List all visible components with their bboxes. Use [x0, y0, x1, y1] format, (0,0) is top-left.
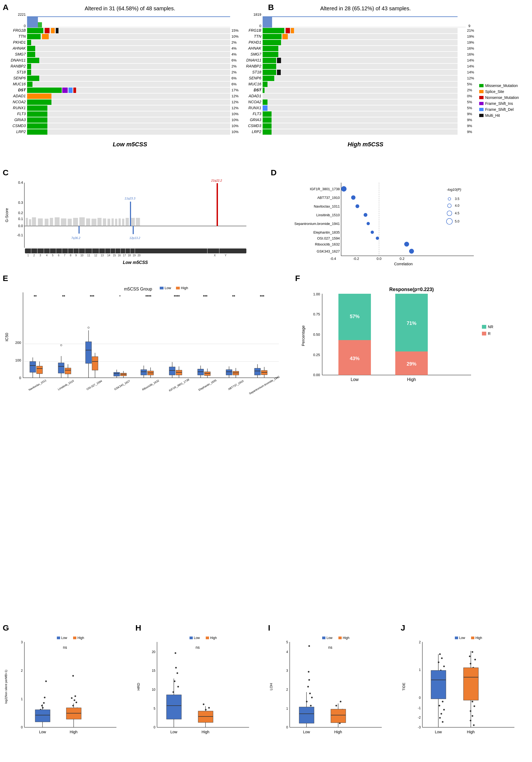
svg-point-466	[71, 697, 73, 699]
svg-text:0: 0	[21, 725, 23, 729]
svg-text:AHNAK: AHNAK	[248, 46, 262, 50]
svg-text:15: 15	[152, 669, 156, 673]
svg-rect-80	[27, 117, 230, 123]
svg-rect-347	[114, 372, 120, 376]
svg-text:14%: 14%	[467, 64, 474, 68]
svg-text:AHNAK: AHNAK	[13, 46, 26, 50]
svg-text:Frame_Shift_Ins: Frame_Shift_Ins	[485, 101, 513, 106]
svg-point-450	[43, 702, 45, 704]
svg-text:RUNX1: RUNX1	[13, 106, 26, 110]
svg-rect-568	[471, 637, 474, 639]
svg-rect-212	[79, 226, 80, 234]
svg-rect-125	[263, 70, 276, 75]
svg-text:21q22.2: 21q22.2	[211, 179, 222, 182]
svg-rect-165	[263, 129, 272, 135]
svg-rect-134	[263, 82, 267, 87]
svg-rect-25	[27, 40, 230, 45]
svg-text:2221: 2221	[18, 13, 26, 17]
svg-text:Low: Low	[39, 730, 46, 734]
svg-text:43%: 43%	[350, 356, 360, 361]
svg-text:20: 20	[138, 254, 141, 257]
svg-point-329	[60, 344, 62, 346]
svg-text:19%: 19%	[467, 40, 474, 44]
svg-rect-129	[263, 76, 458, 81]
svg-rect-108	[263, 46, 278, 51]
svg-rect-201	[92, 219, 97, 226]
svg-text:12%: 12%	[232, 106, 238, 110]
svg-text:High: High	[467, 730, 475, 734]
svg-text:10: 10	[80, 254, 84, 257]
svg-text:14: 14	[107, 254, 110, 257]
panel-g-svg: Low High ns 0 1 2 3 log2(Non silent perM…	[3, 633, 127, 757]
svg-rect-387	[226, 370, 232, 375]
svg-text:1: 1	[419, 668, 421, 672]
svg-text:High: High	[202, 730, 210, 734]
svg-rect-204	[107, 219, 110, 226]
svg-text:High: High	[70, 730, 78, 734]
svg-rect-191	[32, 217, 36, 226]
svg-rect-144	[263, 100, 458, 105]
svg-rect-475	[189, 637, 193, 639]
svg-rect-112	[263, 52, 278, 57]
svg-text:-0.1: -0.1	[17, 233, 23, 237]
svg-rect-325	[58, 363, 64, 373]
svg-rect-218	[217, 183, 218, 226]
svg-point-596	[442, 721, 443, 723]
svg-text:12%: 12%	[467, 76, 474, 80]
svg-text:TTN: TTN	[19, 34, 26, 38]
svg-point-593	[443, 709, 445, 711]
svg-point-464	[74, 699, 75, 701]
svg-point-594	[440, 713, 442, 715]
svg-rect-58	[27, 88, 62, 93]
svg-text:ABT737_1910: ABT737_1910	[228, 379, 244, 391]
svg-rect-76	[27, 112, 230, 117]
svg-rect-428	[57, 637, 60, 639]
svg-text:High: High	[343, 636, 350, 640]
svg-rect-397	[254, 368, 260, 375]
svg-text:20: 20	[152, 650, 156, 654]
svg-point-616	[472, 715, 473, 717]
svg-rect-209	[126, 218, 129, 226]
svg-point-290	[409, 249, 414, 254]
svg-text:DNAH11: DNAH11	[11, 58, 26, 62]
svg-rect-42	[27, 64, 31, 69]
svg-rect-121	[263, 64, 276, 69]
svg-text:ABT737_1910: ABT737_1910	[317, 196, 340, 200]
panel-d-svg: -0.4 -0.2 0.0 0.2 Correlation IGF1R_3801…	[271, 177, 525, 269]
svg-point-288	[404, 242, 409, 247]
svg-text:DNAH11: DNAH11	[246, 58, 261, 62]
svg-rect-99	[263, 34, 282, 39]
svg-point-613	[472, 701, 473, 702]
svg-text:1: 1	[286, 707, 288, 711]
panel-i-svg: Low High ns 0 1 2 3 4 5 LOH	[268, 633, 393, 757]
panel-g-label: G	[3, 623, 127, 633]
svg-rect-68	[27, 100, 230, 105]
svg-text:4%: 4%	[232, 46, 236, 50]
panel-d: D -0.4 -0.2 0.0 0.2 Correlation IGF1R_38…	[271, 168, 525, 263]
svg-rect-206	[115, 219, 117, 226]
svg-text:-0.4: -0.4	[330, 257, 336, 261]
svg-rect-156	[263, 117, 458, 123]
svg-text:X: X	[214, 254, 216, 257]
svg-rect-200	[86, 218, 90, 226]
svg-text:Elephantin_1835: Elephantin_1835	[198, 379, 217, 391]
svg-text:2%: 2%	[232, 64, 236, 68]
svg-rect-84	[27, 123, 230, 129]
svg-text:12%: 12%	[232, 94, 238, 98]
svg-rect-103	[263, 40, 458, 45]
svg-rect-130	[263, 76, 274, 81]
svg-text:6%: 6%	[232, 58, 236, 62]
svg-rect-34	[27, 52, 35, 57]
svg-rect-69	[27, 100, 51, 105]
svg-text:Y: Y	[225, 254, 227, 257]
svg-rect-30	[27, 46, 35, 51]
svg-text:TTN: TTN	[254, 34, 262, 38]
svg-rect-145	[263, 100, 267, 105]
svg-text:CSMD3: CSMD3	[248, 123, 261, 128]
svg-text:14%: 14%	[467, 58, 474, 62]
svg-rect-133	[263, 82, 458, 87]
svg-rect-220	[25, 249, 246, 253]
svg-rect-197	[68, 219, 72, 226]
svg-text:High: High	[334, 730, 342, 734]
svg-rect-45	[27, 70, 230, 75]
